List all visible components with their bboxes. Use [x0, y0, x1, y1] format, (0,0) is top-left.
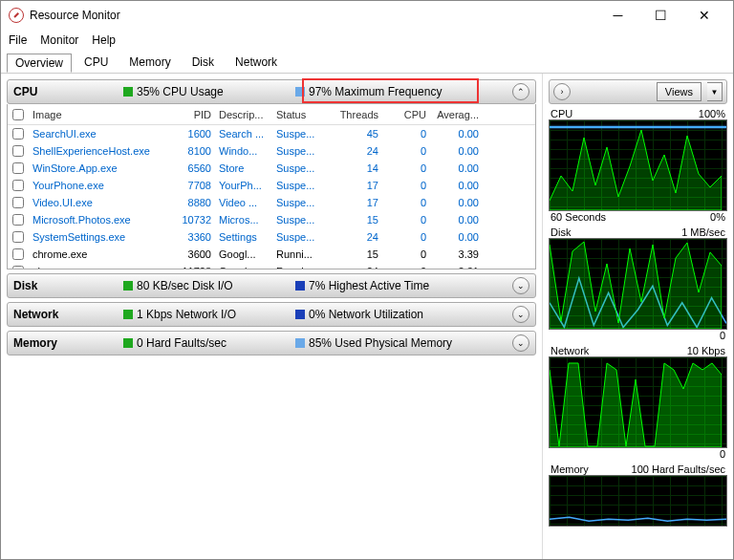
row-checkbox[interactable] [12, 180, 24, 191]
cell-threads: 24 [325, 145, 382, 157]
table-row[interactable]: chrome.exe3600Googl...Runni...1503.39 [8, 246, 535, 263]
cell-image: ShellExperienceHost.exe [29, 145, 167, 157]
row-checkbox[interactable] [12, 214, 24, 226]
cell-image: YourPhone.exe [29, 180, 167, 191]
views-dropdown-icon[interactable]: ▼ [707, 82, 723, 101]
cell-image: chrome.exe [29, 248, 167, 260]
chart-disk: Disk1 MB/sec 0 [549, 226, 727, 341]
chart-network-canvas [549, 356, 727, 448]
tab-memory[interactable]: Memory [120, 53, 179, 72]
disk-expand-icon[interactable]: ⌄ [512, 277, 529, 294]
cpu-collapse-icon[interactable]: ⌃ [512, 83, 529, 100]
table-row[interactable]: Microsoft.Photos.exe10732Micros...Suspe.… [8, 211, 535, 228]
cell-status: Suspe... [272, 180, 325, 191]
cell-pid: 3600 [167, 248, 215, 260]
col-avg[interactable]: Averag... [430, 109, 483, 120]
col-status[interactable]: Status [272, 109, 325, 120]
maximize-button[interactable]: ☐ [639, 2, 682, 29]
tab-overview[interactable]: Overview [7, 54, 72, 73]
table-body[interactable]: SearchUI.exe1600Search ...Suspe...4500.0… [8, 125, 535, 269]
cell-status: Suspe... [272, 128, 325, 140]
menu-monitor[interactable]: Monitor [40, 33, 78, 47]
tab-disk[interactable]: Disk [184, 53, 223, 72]
right-header: › Views ▼ [549, 79, 727, 104]
cell-threads: 17 [325, 197, 382, 208]
cell-avg: 0.00 [430, 162, 483, 174]
cell-pid: 8100 [167, 145, 215, 157]
cell-desc: Store [215, 162, 272, 174]
cell-threads: 15 [325, 248, 382, 260]
menu-bar: File Monitor Help [1, 30, 733, 51]
close-button[interactable]: ✕ [682, 2, 725, 29]
app-icon [9, 8, 24, 23]
tab-bar: Overview CPU Memory Disk Network [1, 51, 733, 74]
section-cpu-header[interactable]: CPU 35% CPU Usage 97% Maximum Frequency … [7, 79, 536, 104]
cell-pid: 3360 [167, 231, 215, 243]
network-expand-icon[interactable]: ⌄ [512, 306, 529, 323]
chart-disk-canvas [549, 238, 727, 330]
chart-cpu: CPU100% 60 Seconds0% [549, 108, 727, 223]
col-desc[interactable]: Descrip... [215, 109, 272, 120]
row-checkbox[interactable] [12, 231, 24, 243]
cell-image: Microsoft.Photos.exe [29, 214, 167, 226]
row-checkbox[interactable] [12, 266, 24, 269]
table-row[interactable]: SearchUI.exe1600Search ...Suspe...4500.0… [8, 125, 535, 142]
row-checkbox[interactable] [12, 248, 24, 260]
section-cpu-label: CPU [13, 85, 123, 98]
cell-desc: Googl... [215, 248, 272, 260]
cell-image: SystemSettings.exe [29, 231, 167, 243]
section-network-header[interactable]: Network 1 Kbps Network I/O 0% Network Ut… [7, 302, 536, 327]
chart-network: Network10 Kbps 0 [549, 345, 727, 460]
minimize-button[interactable]: ─ [596, 2, 639, 29]
cell-cpu: 0 [382, 231, 430, 243]
cell-status: Suspe... [272, 214, 325, 226]
cell-status: Suspe... [272, 162, 325, 174]
cell-desc: Settings [215, 231, 272, 243]
cell-avg: 0.00 [430, 197, 483, 208]
charts-collapse-icon[interactable]: › [553, 83, 571, 100]
cell-status: Runni... [272, 248, 325, 260]
net-io-icon [123, 310, 133, 319]
cpu-process-table: Image PID Descrip... Status Threads CPU … [7, 104, 536, 269]
table-row[interactable]: WinStore.App.exe6560StoreSuspe...1400.00 [8, 160, 535, 177]
cell-cpu: 0 [382, 197, 430, 208]
disk-io-icon [123, 281, 133, 291]
table-row[interactable]: YourPhone.exe7708YourPh...Suspe...1700.0… [8, 177, 535, 194]
table-row[interactable]: ShellExperienceHost.exe8100Windo...Suspe… [8, 142, 535, 160]
cell-pid: 6560 [167, 162, 215, 174]
cell-status: Suspe... [272, 197, 325, 208]
cpu-usage-stat: 35% CPU Usage [123, 85, 295, 98]
title-bar: Resource Monitor ─ ☐ ✕ [1, 1, 733, 30]
cell-cpu: 0 [382, 128, 430, 140]
section-memory-header[interactable]: Memory 0 Hard Faults/sec 85% Used Physic… [7, 331, 536, 355]
row-checkbox[interactable] [12, 145, 24, 157]
cell-threads: 15 [325, 214, 382, 226]
menu-file[interactable]: File [9, 33, 27, 47]
memory-expand-icon[interactable]: ⌄ [512, 334, 529, 352]
col-threads[interactable]: Threads [325, 109, 382, 120]
cell-desc: Video ... [215, 197, 272, 208]
cell-avg: 0.00 [430, 145, 483, 157]
row-checkbox[interactable] [12, 197, 24, 208]
mem-used-icon [295, 338, 305, 348]
col-pid[interactable]: PID [167, 109, 215, 120]
cell-pid: 1600 [167, 128, 215, 140]
cell-cpu: 0 [382, 266, 430, 269]
cell-image: chrome.exe [29, 266, 167, 269]
table-row[interactable]: SystemSettings.exe3360SettingsSuspe...24… [8, 228, 535, 246]
select-all-checkbox[interactable] [12, 109, 24, 120]
tab-network[interactable]: Network [227, 53, 286, 72]
table-row[interactable]: chrome.exe11728Googl...Runni...2402.31 [8, 263, 535, 269]
col-image[interactable]: Image [29, 109, 167, 120]
table-header: Image PID Descrip... Status Threads CPU … [8, 104, 535, 125]
tab-cpu[interactable]: CPU [76, 53, 117, 72]
views-button[interactable]: Views [657, 82, 702, 101]
row-checkbox[interactable] [12, 162, 24, 174]
menu-help[interactable]: Help [92, 33, 116, 47]
row-checkbox[interactable] [12, 128, 24, 140]
cell-cpu: 0 [382, 180, 430, 191]
col-cpu[interactable]: CPU [382, 109, 430, 120]
cpu-freq-icon [295, 87, 305, 97]
table-row[interactable]: Video.UI.exe8880Video ...Suspe...1700.00 [8, 194, 535, 211]
section-disk-header[interactable]: Disk 80 KB/sec Disk I/O 7% Highest Activ… [7, 273, 536, 298]
